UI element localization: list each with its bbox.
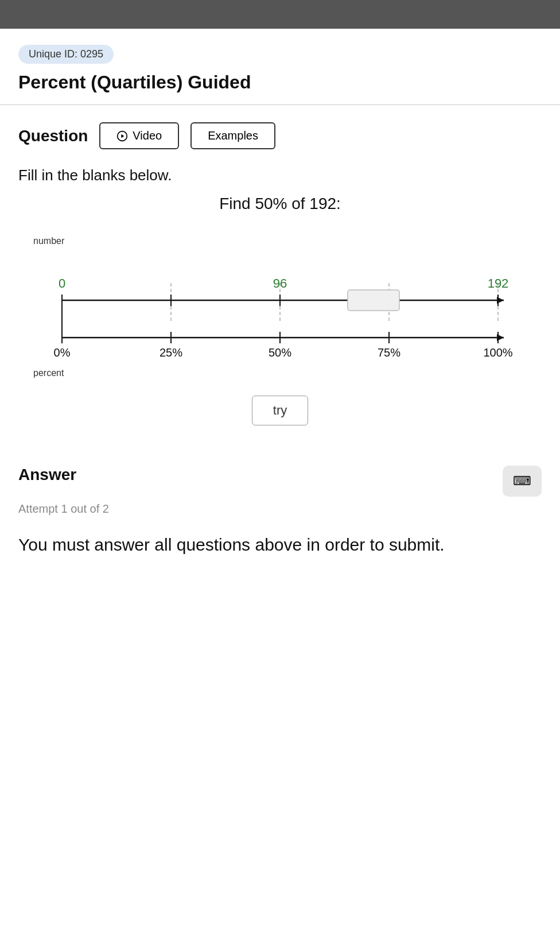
number-line-bottom-label: percent (33, 368, 527, 378)
find-text: Find 50% of 192: (18, 195, 542, 213)
attempt-text: Attempt 1 out of 2 (18, 502, 542, 516)
video-button[interactable]: Video (99, 122, 179, 149)
answer-section: Answer ⌨ Attempt 1 out of 2 You must ans… (0, 448, 560, 568)
number-line-container: number (33, 236, 527, 378)
header-section: Unique ID: 0295 Percent (Quartiles) Guid… (0, 29, 560, 105)
answer-header: Answer ⌨ (18, 466, 542, 497)
question-section: Question Video Examples Fill in the blan… (0, 105, 560, 448)
examples-button[interactable]: Examples (190, 122, 275, 149)
svg-text:0%: 0% (54, 346, 71, 359)
svg-text:96: 96 (273, 276, 287, 291)
question-label: Question (18, 127, 88, 145)
svg-rect-16 (348, 290, 399, 311)
play-icon (116, 130, 128, 142)
unique-id-badge: Unique ID: 0295 (18, 45, 114, 64)
keyboard-button[interactable]: ⌨ (503, 466, 542, 497)
svg-text:100%: 100% (483, 346, 512, 359)
video-btn-label: Video (133, 129, 162, 142)
svg-text:0: 0 (59, 276, 65, 291)
question-header: Question Video Examples (18, 122, 542, 149)
examples-btn-label: Examples (208, 129, 258, 142)
try-button[interactable]: try (252, 396, 308, 425)
svg-text:192: 192 (488, 276, 509, 291)
answer-label: Answer (18, 466, 76, 484)
svg-text:75%: 75% (378, 346, 400, 359)
number-line-top-label: number (33, 236, 527, 246)
try-button-wrapper: try (18, 396, 542, 425)
submit-instruction: You must answer all questions above in o… (18, 533, 542, 557)
svg-text:25%: 25% (160, 346, 182, 359)
svg-marker-1 (122, 134, 125, 138)
keyboard-icon: ⌨ (513, 474, 531, 488)
page-title: Percent (Quartiles) Guided (18, 72, 542, 93)
number-line-svg: 0 96 192 0% 25% 50% 75% (33, 249, 527, 363)
top-bar (0, 0, 560, 29)
instruction-text: Fill in the blanks below. (18, 167, 542, 184)
svg-text:50%: 50% (269, 346, 291, 359)
